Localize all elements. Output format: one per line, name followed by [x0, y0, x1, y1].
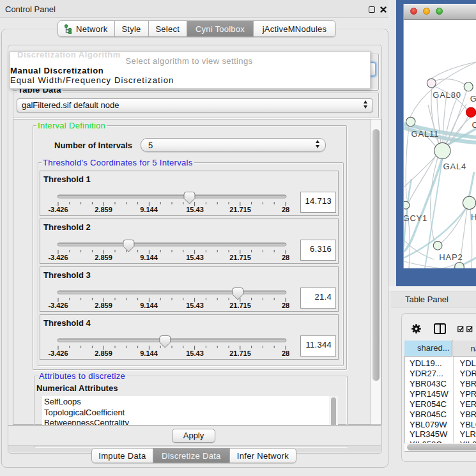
svg-text:GCY1: GCY1 — [404, 213, 427, 223]
svg-text:C: C — [472, 120, 476, 130]
svg-text:GA: GA — [470, 94, 476, 104]
svg-text:GAL11: GAL11 — [411, 129, 440, 139]
svg-text:H: H — [471, 212, 476, 222]
svg-text:HAP2: HAP2 — [439, 252, 463, 262]
svg-text:GAL4: GAL4 — [443, 162, 466, 171]
svg-text:GAL80: GAL80 — [433, 90, 461, 100]
